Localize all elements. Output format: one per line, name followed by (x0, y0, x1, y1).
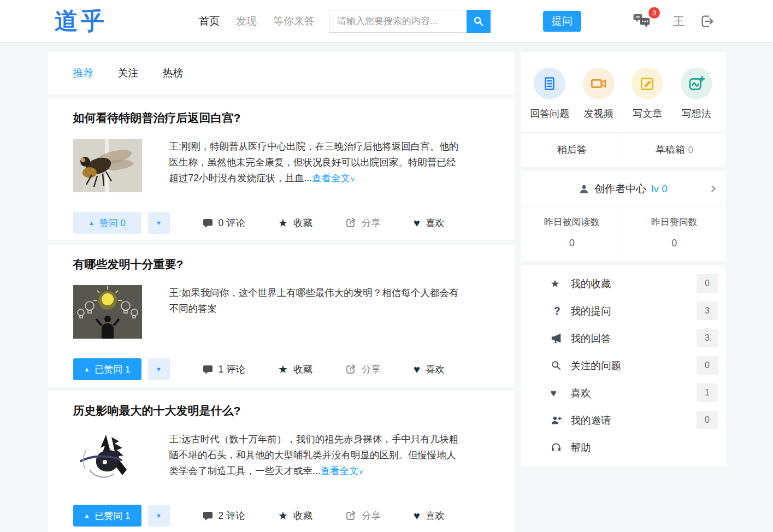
heart-icon: ♥ (414, 364, 420, 375)
menu-my-answers[interactable]: 我的回答 3 (521, 324, 725, 352)
share-icon (345, 217, 356, 228)
question-thumbnail[interactable] (73, 139, 142, 192)
lightbulb-idea-image (73, 285, 142, 339)
downvote-icon: ▼ (156, 366, 162, 373)
stat-yesterday-reads: 昨日被阅读数 0 (521, 206, 624, 261)
star-icon: ★ (278, 217, 288, 228)
heart-icon: ♥ (551, 388, 564, 398)
upvote-icon: ▲ (84, 366, 90, 373)
like-button[interactable]: ♥ 喜欢 (414, 509, 445, 522)
nav-waiting-answer[interactable]: 等你来答 (273, 14, 315, 28)
answer-later-button[interactable]: 稍后答 (521, 133, 624, 167)
count-badge: 0 (697, 411, 718, 429)
like-button[interactable]: ♥ 喜欢 (414, 216, 445, 229)
user-icon (579, 184, 589, 194)
main-nav: 首页 发现 等你来答 (199, 14, 315, 28)
messages-button[interactable]: 3 (633, 14, 651, 29)
chevron-down-icon: ∨ (359, 468, 364, 476)
read-more-link[interactable]: 查看全文∨ (312, 173, 355, 184)
question-title[interactable]: 有哪些发明十分重要? (73, 257, 489, 272)
feed-tabs: 推荐 关注 热榜 (48, 52, 515, 94)
share-button[interactable]: 分享 (345, 363, 381, 376)
tab-recommend[interactable]: 推荐 (73, 66, 94, 80)
creator-level: lv 0 (651, 183, 668, 195)
upvote-button[interactable]: ▲赞同 0 (73, 212, 141, 234)
write-thought-icon (681, 68, 712, 99)
share-icon (345, 510, 356, 521)
comment-icon (203, 511, 213, 521)
write-thought-action[interactable]: 写想法 (672, 68, 721, 120)
notification-badge: 3 (648, 7, 660, 19)
count-badge: 0 (697, 356, 718, 375)
downvote-button[interactable]: ▼ (148, 212, 170, 234)
chevron-right-icon (709, 185, 716, 192)
star-icon: ★ (278, 510, 288, 521)
count-badge: 1 (697, 383, 718, 402)
tab-follow[interactable]: 关注 (118, 66, 139, 80)
downvote-button[interactable]: ▼ (148, 358, 170, 380)
question-thumbnail[interactable] (73, 431, 142, 485)
share-icon (345, 364, 356, 375)
video-camera-icon (583, 68, 615, 99)
comments-button[interactable]: 0 评论 (203, 216, 246, 229)
comments-button[interactable]: 2 评论 (203, 509, 246, 522)
menu-followed-questions[interactable]: 关注的问题 0 (521, 352, 725, 379)
invite-person-icon (551, 415, 564, 426)
comments-button[interactable]: 1 评论 (203, 363, 246, 376)
collect-button[interactable]: ★ 收藏 (278, 216, 312, 229)
menu-help[interactable]: 帮助 (521, 434, 725, 461)
drafts-button[interactable]: 草稿箱0 (623, 133, 725, 167)
ask-question-button[interactable]: 提问 (543, 11, 581, 32)
question-actions: ▲赞同 0 ▼ 0 评论 ★ 收藏 (73, 212, 489, 234)
question-excerpt: 王:远古时代（数十万年前），我们的祖先赤身裸体，手中只有几块粗陋不堪的石头，和其… (169, 431, 464, 485)
answer-question-action[interactable]: 回答问题 (526, 68, 575, 120)
question-title[interactable]: 历史影响最大的十大发明是什么? (73, 403, 489, 418)
upvote-button[interactable]: ▲已赞同 1 (73, 358, 141, 380)
upvote-button[interactable]: ▲已赞同 1 (73, 505, 141, 527)
menu-my-questions[interactable]: ? 我的提问 3 (521, 297, 725, 324)
tab-hot[interactable]: 热榜 (163, 66, 184, 80)
fly-insect-image (73, 139, 142, 192)
comment-icon (203, 364, 213, 375)
question-excerpt: 王:刚刚，特朗普从医疗中心出院，在三晚治疗后他将返回白宫。他的医生称，虽然他未完… (169, 139, 464, 192)
post-video-action[interactable]: 发视频 (574, 68, 623, 120)
creator-center-link[interactable]: 创作者中心 lv 0 (521, 172, 725, 206)
question-thumbnail[interactable] (73, 285, 142, 339)
share-button[interactable]: 分享 (345, 216, 381, 229)
feed-column: 推荐 关注 热榜 如何看待特朗普治疗后返回白宫? (48, 52, 515, 532)
creation-panel: 回答问题 发视频 (521, 52, 725, 167)
heart-icon: ♥ (414, 217, 420, 228)
menu-likes[interactable]: ♥ 喜欢 1 (521, 379, 725, 406)
megaphone-icon (551, 333, 564, 344)
downvote-icon: ▼ (156, 220, 162, 226)
collect-button[interactable]: ★ 收藏 (278, 363, 312, 376)
site-logo[interactable]: 道乎 (55, 9, 107, 33)
star-icon: ★ (551, 279, 564, 289)
share-button[interactable]: 分享 (345, 509, 381, 522)
question-mark-icon: ? (551, 305, 564, 316)
menu-my-collections[interactable]: ★ 我的收藏 0 (521, 270, 725, 297)
like-button[interactable]: ♥ 喜欢 (414, 363, 445, 376)
sidebar: 回答问题 发视频 (521, 52, 725, 466)
headset-icon (551, 442, 564, 453)
search-bar (329, 10, 491, 33)
read-more-link[interactable]: 查看全文∨ (321, 465, 364, 476)
stat-yesterday-upvotes: 昨日赞同数 0 (623, 206, 725, 261)
menu-my-invitations[interactable]: 我的邀请 0 (521, 406, 725, 434)
write-article-action[interactable]: 写文章 (623, 68, 672, 120)
question-title[interactable]: 如何看待特朗普治疗后返回白宫? (73, 110, 489, 126)
logout-button[interactable] (700, 14, 715, 29)
comment-icon (203, 218, 213, 228)
downvote-icon: ▼ (156, 512, 162, 519)
logout-icon (700, 14, 715, 29)
question-actions: ▲已赞同 1 ▼ 2 评论 ★ 收藏 (73, 505, 489, 527)
magnifier-icon (551, 360, 564, 371)
nav-discover[interactable]: 发现 (236, 14, 257, 28)
search-button[interactable] (467, 10, 491, 33)
answer-question-icon (534, 68, 565, 99)
search-input[interactable] (329, 10, 467, 33)
collect-button[interactable]: ★ 收藏 (278, 509, 312, 522)
username[interactable]: 王 (673, 14, 685, 29)
downvote-button[interactable]: ▼ (148, 505, 170, 527)
nav-home[interactable]: 首页 (199, 14, 220, 28)
